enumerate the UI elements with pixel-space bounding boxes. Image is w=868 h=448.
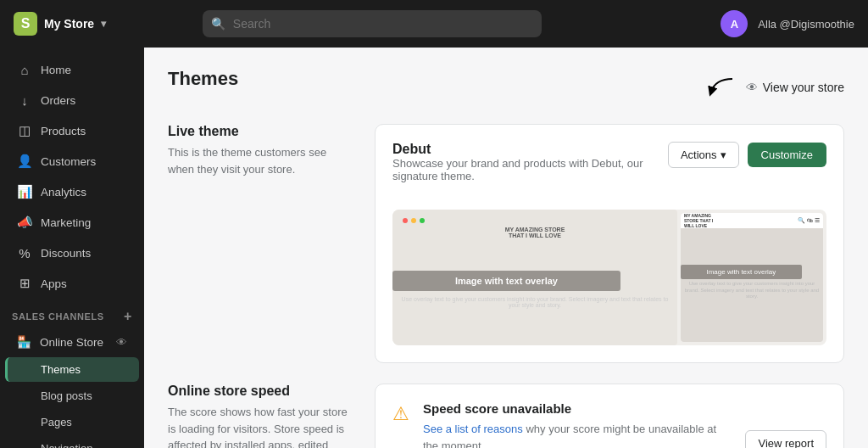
eye-icon: 👁 [746, 81, 758, 94]
sidebar-item-apps-label: Apps [41, 277, 67, 290]
themes-label: Themes [41, 363, 81, 376]
avatar[interactable]: A [721, 10, 748, 37]
sidebar-item-analytics[interactable]: 📊 Analytics [5, 177, 139, 206]
search-small-icon: 🔍 [798, 217, 805, 224]
top-navigation: S My Store ▾ 🔍 A Alla @Digismoothie [0, 0, 868, 48]
sidebar-item-marketing[interactable]: 📣 Marketing [5, 208, 139, 237]
main-content: Themes 👁 View your store Live theme [144, 48, 868, 448]
live-theme-info: Live theme This is the theme customers s… [168, 124, 354, 363]
menu-small-icon: ☰ [815, 217, 820, 224]
sidebar-item-orders-label: Orders [41, 94, 75, 107]
navigation-label: Navigation [41, 442, 92, 448]
sidebar-subitem-navigation[interactable]: Navigation [5, 436, 139, 448]
analytics-icon: 📊 [17, 184, 32, 199]
live-theme-section: Live theme This is the theme customers s… [168, 124, 844, 363]
preview-mobile-overlay: Image with text overlay Use overlay text… [681, 265, 823, 302]
sidebar-subitem-themes[interactable]: Themes [5, 357, 139, 382]
actions-label: Actions [681, 148, 717, 161]
view-report-button[interactable]: View report [745, 430, 826, 448]
dot-yellow [411, 218, 416, 223]
speed-section-desc: The score shows how fast your store is l… [168, 404, 354, 448]
marketing-icon: 📣 [17, 215, 32, 230]
online-store-icon: 🏪 [17, 335, 31, 349]
live-theme-title: Live theme [168, 124, 354, 139]
customers-icon: 👤 [17, 154, 32, 169]
store-brand[interactable]: S My Store ▾ [14, 12, 106, 36]
actions-dropdown-icon: ▾ [721, 148, 726, 161]
shopify-logo: S [14, 12, 37, 36]
sidebar-item-analytics-label: Analytics [41, 186, 86, 199]
customize-button[interactable]: Customize [748, 143, 826, 167]
online-store-eye-icon[interactable]: 👁 [116, 336, 127, 349]
theme-actions: Actions ▾ Customize [668, 142, 826, 168]
warning-icon: ⚠ [392, 403, 409, 425]
speed-card-content: Speed score unavailable See a list of re… [423, 401, 732, 448]
online-store-label: Online Store [40, 336, 103, 349]
sidebar-item-home[interactable]: ⌂ Home [5, 55, 139, 84]
user-label: Alla @Digismoothie [758, 18, 854, 31]
sidebar-item-online-store[interactable]: 🏪 Online Store 👁 [5, 328, 139, 356]
speed-info: Online store speed The score shows how f… [168, 384, 354, 448]
reasons-link[interactable]: See a list of reasons [423, 423, 523, 435]
view-store-label[interactable]: View your store [763, 81, 844, 94]
theme-desc: Showcase your brand and products with De… [392, 157, 668, 182]
products-icon: ◫ [17, 123, 32, 138]
actions-button[interactable]: Actions ▾ [668, 142, 739, 168]
theme-preview: MY AMAZING STORETHAT I WILL LOVE Image w… [392, 210, 826, 345]
search-bar: 🔍 [203, 10, 542, 37]
dot-green [420, 218, 425, 223]
pages-label: Pages [41, 416, 72, 428]
speed-section: Online store speed The score shows how f… [168, 384, 844, 448]
preview-main: MY AMAZING STORETHAT I WILL LOVE Image w… [392, 210, 677, 345]
sidebar-item-discounts-label: Discounts [41, 247, 91, 260]
live-theme-desc: This is the theme customers see when the… [168, 144, 354, 177]
store-dropdown-icon[interactable]: ▾ [101, 18, 106, 30]
sidebar-item-products[interactable]: ◫ Products [5, 116, 139, 145]
orders-icon: ↓ [17, 92, 32, 108]
speed-card-desc: See a list of reasons why your score mig… [423, 421, 732, 448]
sidebar-item-marketing-label: Marketing [41, 216, 91, 229]
preview-overlay-text: Image with text overlay [392, 271, 620, 291]
preview-mobile-icons: 🔍 🛍 ☰ [798, 217, 820, 224]
preview-store-name: MY AMAZING STORETHAT I WILL LOVE [392, 227, 677, 238]
speed-desc-text: The score shows how fast your store is l… [168, 406, 348, 448]
preview-mobile: MY AMAZINGSTORE THAT IWILL LOVE 🔍 🛍 ☰ Im… [681, 213, 823, 342]
theme-card: Debut Showcase your brand and products w… [375, 124, 844, 363]
sidebar: ⌂ Home ↓ Orders ◫ Products 👤 Customers 📊… [0, 48, 144, 448]
speed-section-title: Online store speed [168, 384, 354, 399]
sidebar-item-discounts[interactable]: % Discounts [5, 238, 139, 267]
speed-card: ⚠ Speed score unavailable See a list of … [375, 384, 844, 448]
sidebar-item-customers-label: Customers [41, 155, 96, 168]
page-title: Themes [168, 68, 238, 90]
search-icon: 🔍 [211, 17, 225, 31]
page-header: Themes 👁 View your store [168, 68, 844, 107]
layout: ⌂ Home ↓ Orders ◫ Products 👤 Customers 📊… [0, 48, 868, 448]
preview-overlay-box: Image with text overlay Use overlay text… [392, 271, 677, 310]
discounts-icon: % [17, 245, 32, 260]
theme-name: Debut [392, 142, 668, 157]
sidebar-item-products-label: Products [41, 125, 86, 137]
sidebar-subitem-blog-posts[interactable]: Blog posts [5, 384, 139, 408]
theme-card-header: Debut Showcase your brand and products w… [392, 142, 826, 196]
preview-mobile-store-name: MY AMAZINGSTORE THAT IWILL LOVE [684, 213, 713, 228]
sidebar-item-orders[interactable]: ↓ Orders [5, 86, 139, 115]
home-icon: ⌂ [17, 62, 32, 77]
sales-channels-label: SALES CHANNELS + [0, 299, 144, 328]
sidebar-item-apps[interactable]: ⊞ Apps [5, 269, 139, 298]
nav-right: A Alla @Digismoothie [721, 10, 854, 37]
preview-mobile-desc: Use overlay text to give your customers … [681, 279, 823, 302]
dot-red [403, 218, 408, 223]
blog-posts-label: Blog posts [41, 389, 92, 402]
arrow-indicator [707, 75, 741, 100]
sidebar-subitem-pages[interactable]: Pages [5, 410, 139, 434]
preview-subtext: Use overlay text to give your customers … [392, 294, 677, 310]
search-input[interactable] [203, 10, 542, 37]
add-channel-icon[interactable]: + [124, 309, 132, 324]
store-name: My Store [44, 17, 94, 31]
preview-mobile-overlay-text: Image with text overlay [681, 265, 802, 279]
bag-small-icon: 🛍 [807, 217, 813, 224]
sidebar-item-home-label: Home [41, 64, 71, 76]
preview-nav-bar: MY AMAZINGSTORE THAT IWILL LOVE 🔍 🛍 ☰ [681, 213, 823, 228]
view-store-button[interactable]: 👁 View your store [707, 75, 844, 100]
sidebar-item-customers[interactable]: 👤 Customers [5, 147, 139, 176]
